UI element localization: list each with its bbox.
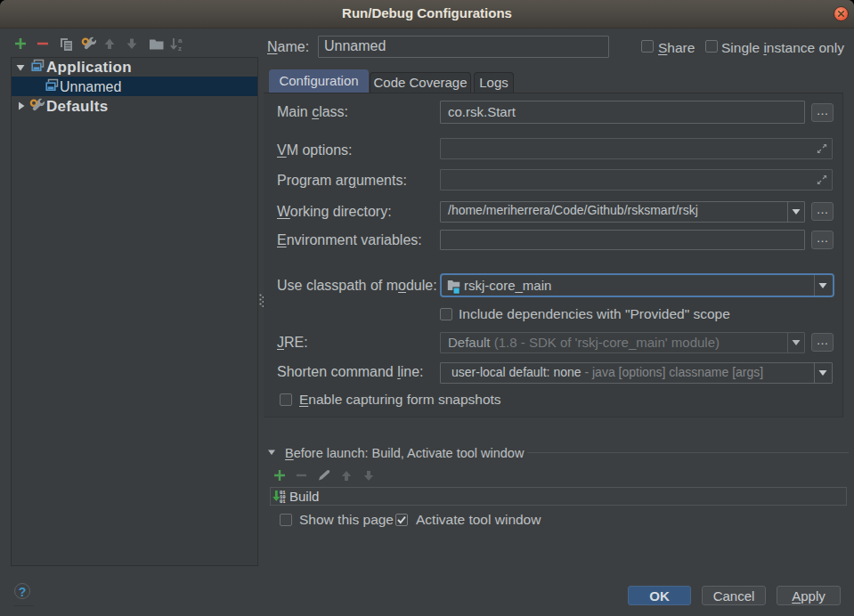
svg-text:a: a xyxy=(178,36,183,45)
svg-text:01: 01 xyxy=(280,498,286,505)
svg-text:z: z xyxy=(178,45,182,53)
